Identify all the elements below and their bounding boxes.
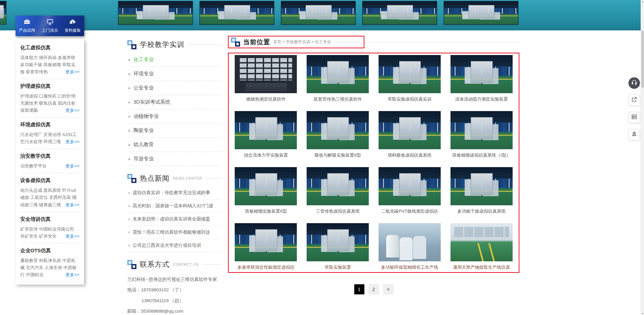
news-item[interactable]: »未来新趋势：虚拟仿真实训将全面铺盖 <box>127 213 222 226</box>
sidebar-section-title[interactable]: 护理虚拟仿真 <box>20 83 79 89</box>
scroll-down-icon[interactable]: ▼ <box>641 312 644 315</box>
sidebar-section-title[interactable]: 化工虚拟仿真 <box>20 45 79 51</box>
product-card[interactable]: 多功能干燥虚拟仿真系统 <box>450 167 513 214</box>
rocket-button[interactable] <box>628 129 640 140</box>
product-name[interactable]: 综合流体力学实验装置 <box>244 152 288 158</box>
scrollbar[interactable]: ▲ ▼ <box>641 0 644 315</box>
product-name[interactable]: 筛板精馏虚拟仿真系统（I型） <box>452 152 511 158</box>
product-thumbnail[interactable] <box>307 167 369 205</box>
sidebar-section-title[interactable]: 企业OTS仿真 <box>20 247 79 254</box>
news-item[interactable]: »高光时刻：国家级一流本科纳入327门虚 <box>127 200 222 213</box>
news-item[interactable]: »虚拟仿真实训：传统教学无法完成的事 <box>127 186 222 200</box>
more-link[interactable]: 更多>> <box>66 271 79 278</box>
product-thumbnail[interactable] <box>235 167 297 205</box>
product-thumbnail[interactable] <box>235 111 297 149</box>
product-name[interactable]: 萃取实验装置 <box>325 264 351 270</box>
product-thumbnail[interactable] <box>307 55 369 93</box>
menu-item-3d-exam[interactable]: »3D实训考试系统 <box>127 95 222 109</box>
product-card[interactable]: 筛板精馏实验装置II型 <box>235 167 297 214</box>
product-thumbnail[interactable] <box>307 223 369 261</box>
sidebar-section-title[interactable]: 治安教学仿真 <box>20 153 79 159</box>
next-page-button[interactable]: > <box>383 284 393 294</box>
news-item[interactable]: »震惊！现在三维仿真软件都能够做到这 <box>127 226 222 239</box>
product-thumbnail[interactable] <box>235 223 297 261</box>
menu-item-preschool[interactable]: »幼儿教育 <box>127 138 222 152</box>
product-thumbnail[interactable] <box>307 111 369 149</box>
product-name[interactable]: 吸收与解吸实验装置II型 <box>315 152 361 158</box>
product-thumbnail[interactable] <box>379 223 441 261</box>
product-thumbnail[interactable] <box>450 55 513 93</box>
sidebar-section-title[interactable]: 安全培训仿真 <box>20 216 79 222</box>
product-card[interactable]: 双套管传热三维仿真软件 <box>307 55 369 102</box>
materials-request-button[interactable]: 资料索取 <box>61 16 84 36</box>
section-subtitle: CONTACT US <box>173 262 199 266</box>
product-name[interactable]: 填料吸收虚拟仿真系统 <box>388 152 432 158</box>
product-thumbnail[interactable] <box>235 55 297 93</box>
product-card[interactable]: 萃取实验装置 <box>307 223 369 270</box>
more-link[interactable]: 更多>> <box>66 68 79 75</box>
product-name[interactable]: 通用天然产物提取生产线仿真 <box>453 264 510 270</box>
product-trial-button[interactable]: 产品试用 <box>16 16 38 36</box>
product-thumbnail[interactable] <box>450 167 513 205</box>
product-name[interactable]: 多功能干燥虚拟仿真系统 <box>457 208 506 214</box>
breadcrumb-title: 当前位置 <box>243 38 270 47</box>
customer-service-button[interactable] <box>628 77 640 89</box>
product-name[interactable]: 多功能环保型精细化工生产线 <box>381 264 438 270</box>
contact-email: 邮箱：553088698@qq.com <box>127 308 222 315</box>
carousel-thumbnail[interactable] <box>118 1 193 25</box>
onsite-demo-button[interactable]: 上门演示 <box>38 16 61 36</box>
menu-item-police[interactable]: »公安专业 <box>127 81 222 95</box>
product-name[interactable]: 流体流动阻力测定实验装置 <box>455 96 508 102</box>
product-name[interactable]: 二氧化碳PVT曲线测定虚拟仿 <box>381 208 438 214</box>
scroll-up-icon[interactable]: ▲ <box>641 0 644 3</box>
product-card[interactable]: 燃烧热测定仿真软件 <box>235 55 297 102</box>
product-card[interactable]: 多功能环保型精细化工生产线 <box>379 223 441 270</box>
product-card[interactable]: 萃取实验虚拟仿真实训 <box>379 55 441 102</box>
more-link[interactable]: 更多>> <box>66 233 79 240</box>
sidebar-section-links[interactable]: 治安教学平台 <box>20 163 47 168</box>
product-name[interactable]: 双套管传热三维仿真软件 <box>314 96 362 102</box>
product-thumbnail[interactable] <box>379 167 441 205</box>
product-card[interactable]: 筛板精馏虚拟仿真系统（I型） <box>450 111 513 158</box>
breadcrumb[interactable]: 首页 > 学校教学实训 > 化工专业 <box>273 39 331 45</box>
product-name[interactable]: 筛板精馏实验装置II型 <box>245 208 287 214</box>
more-link[interactable]: 更多>> <box>66 107 79 114</box>
carousel-thumbnail[interactable] <box>362 1 437 25</box>
product-card[interactable]: 综合流体力学实验装置 <box>235 111 297 158</box>
carousel-thumbnail-partial[interactable] <box>0 1 6 25</box>
sidebar-section-title[interactable]: 环境虚拟仿真 <box>20 122 79 128</box>
product-name[interactable]: 燃烧热测定仿真软件 <box>246 96 286 102</box>
menu-item-ceramics[interactable]: »陶瓷专业 <box>127 124 222 138</box>
carousel-thumbnail[interactable] <box>281 1 356 25</box>
product-thumbnail[interactable] <box>379 111 441 149</box>
more-link[interactable]: 更多>> <box>66 201 79 208</box>
carousel-thumbnail[interactable] <box>444 1 518 25</box>
product-card[interactable]: 流体流动阻力测定实验装置 <box>450 55 513 102</box>
product-name[interactable]: 萃取实验虚拟仿真实训 <box>388 96 432 102</box>
menu-item-chemical[interactable]: »化工专业 <box>127 53 222 67</box>
product-card[interactable]: 多釜串联混合性能测定虚拟仿 <box>235 223 297 270</box>
more-link[interactable]: 更多>> <box>66 162 79 169</box>
product-thumbnail[interactable] <box>379 55 441 93</box>
product-card[interactable]: 通用天然产物提取生产线仿真 <box>450 223 513 270</box>
product-card[interactable]: 吸收与解吸实验装置II型 <box>307 111 369 158</box>
product-thumbnail[interactable] <box>450 111 513 149</box>
menu-item-tour-guide[interactable]: »导游专业 <box>127 152 222 166</box>
news-item[interactable]: »公司赴江西农业大学进行项目培训 <box>127 239 222 252</box>
sidebar-section-title[interactable]: 设备虚拟仿真 <box>20 177 79 184</box>
share-button[interactable] <box>628 95 640 106</box>
product-name[interactable]: 三管传热虚拟仿真系统 <box>316 208 360 214</box>
page-2-button[interactable]: 2 <box>369 284 379 294</box>
scrollbar-thumb[interactable] <box>641 30 644 88</box>
more-link[interactable]: 更多>> <box>66 138 79 145</box>
menu-item-animals-plants[interactable]: »动植物专业 <box>127 109 222 124</box>
product-thumbnail[interactable] <box>450 223 513 261</box>
product-card[interactable]: 二氧化碳PVT曲线测定虚拟仿 <box>379 167 441 214</box>
product-name[interactable]: 多釜串联混合性能测定虚拟仿 <box>237 264 294 270</box>
panels-button[interactable] <box>628 112 640 123</box>
carousel-thumbnail[interactable] <box>200 1 274 25</box>
page-1-button[interactable]: 1 <box>354 284 364 294</box>
product-card[interactable]: 三管传热虚拟仿真系统 <box>307 167 369 214</box>
product-card[interactable]: 填料吸收虚拟仿真系统 <box>379 111 441 158</box>
menu-item-environment[interactable]: »环境专业 <box>127 67 222 81</box>
